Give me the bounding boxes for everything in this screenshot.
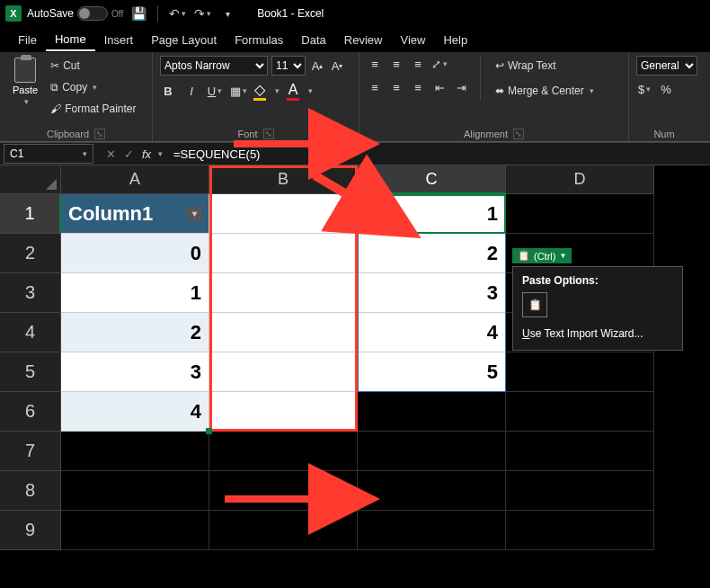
qat-customize-icon[interactable]: ▾ [217, 4, 237, 23]
tab-data[interactable]: Data [292, 30, 334, 50]
tab-formulas[interactable]: Formulas [226, 30, 292, 50]
col-header-D[interactable]: D [506, 165, 654, 194]
text-import-wizard-link[interactable]: Use Text Import Wizard... [522, 325, 673, 343]
cell-C9[interactable] [358, 511, 506, 550]
cell-C2[interactable]: 2 [358, 234, 506, 273]
wrap-text-button[interactable]: ↩Wrap Text [492, 56, 598, 76]
increase-indent-icon[interactable]: ⇥ [453, 79, 469, 95]
border-button[interactable]: ▦▾ [230, 83, 246, 99]
cell-C4[interactable]: 4 [358, 313, 506, 352]
row-header-5[interactable]: 5 [0, 352, 61, 392]
worksheet[interactable]: A B C D 1 2 3 4 5 6 7 8 9 Column1▾ 1 0 2… [0, 165, 710, 588]
cell-A8[interactable] [61, 471, 209, 511]
filter-dropdown-icon[interactable]: ▾ [187, 207, 201, 221]
tab-insert[interactable]: Insert [95, 30, 143, 50]
cell-C8[interactable] [358, 471, 506, 511]
cell-B3[interactable] [209, 273, 358, 313]
row-header-9[interactable]: 9 [0, 511, 61, 550]
orientation-icon[interactable]: ⤢▾ [431, 56, 448, 72]
row-header-2[interactable]: 2 [0, 234, 61, 273]
copy-button[interactable]: ⧉Copy▾ [47, 77, 139, 97]
cut-button[interactable]: ✂Cut [47, 56, 139, 76]
row-header-4[interactable]: 4 [0, 313, 61, 352]
name-box[interactable]: C1▾ [4, 144, 93, 164]
row-header-8[interactable]: 8 [0, 471, 61, 511]
cell-D1[interactable] [506, 194, 654, 234]
align-center-icon[interactable]: ≡ [388, 79, 404, 95]
fx-icon[interactable]: fx [138, 146, 155, 162]
cell-A9[interactable] [61, 511, 209, 550]
autosave-toggle[interactable]: AutoSave Off [27, 6, 123, 21]
tab-review[interactable]: Review [335, 30, 392, 50]
row-header-6[interactable]: 6 [0, 392, 61, 432]
fill-color-button[interactable]: ◇ [253, 81, 266, 101]
dialog-launcher-icon[interactable]: ⤡ [94, 129, 105, 139]
font-size-dropdown[interactable]: 11 [271, 56, 306, 76]
cell-C7[interactable] [358, 432, 506, 471]
cell-B1[interactable] [209, 194, 358, 234]
save-icon[interactable]: 💾 [129, 4, 148, 23]
tab-page-layout[interactable]: Page Layout [142, 30, 226, 50]
number-format-dropdown[interactable]: General [636, 56, 697, 76]
col-header-B[interactable]: B [209, 165, 358, 194]
cell-D8[interactable] [506, 471, 654, 511]
font-name-dropdown[interactable]: Aptos Narrow [160, 56, 268, 76]
row-header-1[interactable]: 1 [0, 194, 61, 234]
align-middle-icon[interactable]: ≡ [388, 56, 404, 72]
percent-icon[interactable]: % [658, 81, 674, 97]
merge-center-button[interactable]: ⬌Merge & Center▾ [492, 81, 598, 101]
tab-file[interactable]: File [9, 30, 46, 50]
align-right-icon[interactable]: ≡ [410, 79, 426, 95]
select-all-corner[interactable] [0, 165, 61, 194]
cell-A2[interactable]: 0 [61, 234, 209, 273]
cell-C5[interactable]: 5 [358, 352, 506, 392]
cell-D7[interactable] [506, 432, 654, 471]
align-left-icon[interactable]: ≡ [367, 79, 383, 95]
tab-home[interactable]: Home [46, 29, 95, 51]
enter-icon[interactable]: ✓ [120, 146, 137, 162]
chevron-down-icon[interactable]: ▾ [83, 149, 87, 158]
col-header-A[interactable]: A [61, 165, 209, 194]
cell-A4[interactable]: 2 [61, 313, 209, 352]
cell-D9[interactable] [506, 511, 654, 550]
italic-button[interactable]: I [183, 83, 200, 99]
cell-A7[interactable] [61, 432, 209, 471]
cell-D6[interactable] [506, 392, 654, 432]
dialog-launcher-icon[interactable]: ⤡ [513, 129, 524, 139]
cell-C6[interactable] [358, 392, 506, 432]
cell-B8[interactable] [209, 471, 358, 511]
formula-input[interactable] [168, 144, 710, 164]
increase-font-icon[interactable]: A▴ [309, 58, 325, 74]
row-header-3[interactable]: 3 [0, 273, 61, 313]
cell-B5[interactable] [209, 352, 358, 392]
paste-button[interactable]: Paste ▾ [7, 56, 43, 108]
col-header-C[interactable]: C [358, 165, 506, 194]
cell-C3[interactable]: 3 [358, 273, 506, 313]
undo-icon[interactable]: ↶▾ [167, 4, 187, 23]
tab-help[interactable]: Help [434, 30, 476, 50]
fill-handle[interactable] [206, 428, 212, 434]
cell-A3[interactable]: 1 [61, 273, 209, 313]
chevron-down-icon[interactable]: ▾ [24, 97, 29, 106]
cell-B6[interactable] [209, 392, 358, 432]
cell-B4[interactable] [209, 313, 358, 352]
cell-B7[interactable] [209, 432, 358, 471]
row-header-7[interactable]: 7 [0, 432, 61, 471]
cell-A1[interactable]: Column1▾ [61, 194, 209, 234]
decrease-font-icon[interactable]: A▾ [329, 58, 345, 74]
cell-D5[interactable] [506, 352, 654, 392]
underline-button[interactable]: U▾ [207, 83, 223, 99]
paste-keep-text-icon[interactable]: 📋 [522, 292, 547, 317]
cell-A6[interactable]: 4 [61, 392, 209, 432]
paste-options-popup[interactable]: Paste Options: 📋 Use Text Import Wizard.… [512, 266, 683, 351]
decrease-indent-icon[interactable]: ⇤ [431, 79, 448, 95]
currency-icon[interactable]: $▾ [636, 81, 652, 97]
align-top-icon[interactable]: ≡ [367, 56, 383, 72]
cell-C1[interactable]: 1 [358, 194, 506, 234]
dialog-launcher-icon[interactable]: ⤡ [263, 129, 274, 139]
paste-options-tag[interactable]: 📋(Ctrl)▼ [512, 248, 572, 263]
tab-view[interactable]: View [391, 30, 434, 50]
cancel-icon[interactable]: ✕ [102, 146, 119, 162]
align-bottom-icon[interactable]: ≡ [410, 56, 426, 72]
format-painter-button[interactable]: 🖌Format Painter [47, 99, 139, 119]
